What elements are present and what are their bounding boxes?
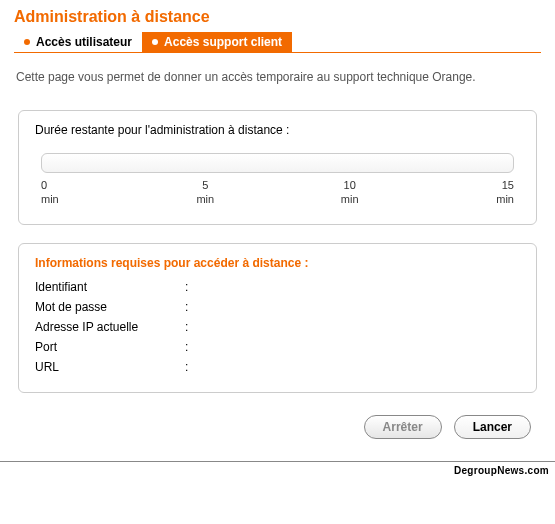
tab-label: Accès support client [164,35,282,49]
tick-value: 5 [185,179,225,192]
scale-tick: 0 min [41,179,81,205]
info-grid: Identifiant : Mot de passe : Adresse IP … [35,280,520,374]
colon: : [185,360,197,374]
info-label-url: URL [35,360,185,374]
info-label-motdepasse: Mot de passe [35,300,185,314]
footer-credit: DegroupNews.com [0,461,555,479]
tick-unit: min [330,193,370,206]
duration-title: Durée restante pour l'administration à d… [35,123,520,137]
info-value-ip [197,320,520,334]
bullet-icon [152,39,158,45]
bullet-icon [24,39,30,45]
progress-bar [41,153,514,173]
progress-scale: 0 min 5 min 10 min 15 min [41,179,514,205]
info-title: Informations requises pour accéder à dis… [35,256,520,270]
tick-unit: min [41,193,81,206]
colon: : [185,280,197,294]
tick-unit: min [474,193,514,206]
start-button[interactable]: Lancer [454,415,531,439]
tick-unit: min [185,193,225,206]
scale-tick: 10 min [330,179,370,205]
colon: : [185,340,197,354]
info-value-url [197,360,520,374]
progress-wrap: 0 min 5 min 10 min 15 min [35,147,520,205]
tab-acces-utilisateur[interactable]: Accès utilisateur [14,32,142,52]
info-value-motdepasse [197,300,520,314]
tab-bar: Accès utilisateur Accès support client [14,32,541,53]
colon: : [185,300,197,314]
tick-value: 0 [41,179,81,192]
colon: : [185,320,197,334]
info-value-port [197,340,520,354]
tab-label: Accès utilisateur [36,35,132,49]
info-panel: Informations requises pour accéder à dis… [18,243,537,393]
scale-tick: 15 min [474,179,514,205]
page: Administration à distance Accès utilisat… [0,0,555,479]
action-bar: Arrêter Lancer [18,411,537,451]
stop-button[interactable]: Arrêter [364,415,442,439]
duration-panel: Durée restante pour l'administration à d… [18,110,537,224]
content: Durée restante pour l'administration à d… [0,90,555,460]
page-description: Cette page vous permet de donner un accè… [0,59,555,90]
info-label-identifiant: Identifiant [35,280,185,294]
tick-value: 10 [330,179,370,192]
header: Administration à distance Accès utilisat… [0,0,555,59]
info-value-identifiant [197,280,520,294]
tick-value: 15 [474,179,514,192]
scale-tick: 5 min [185,179,225,205]
info-label-port: Port [35,340,185,354]
tab-acces-support-client[interactable]: Accès support client [142,32,292,52]
info-label-ip: Adresse IP actuelle [35,320,185,334]
page-title: Administration à distance [14,8,541,26]
